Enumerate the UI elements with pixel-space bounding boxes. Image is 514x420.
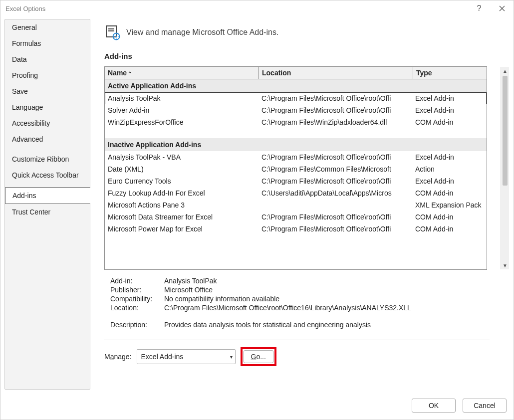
addin-details: Add-in:Analysis ToolPak Publisher:Micros… (110, 277, 510, 330)
col-header-type[interactable]: Type (413, 67, 487, 79)
sidebar-item-quick-access-toolbar[interactable]: Quick Access Toolbar (5, 167, 90, 183)
sidebar-item-formulas[interactable]: Formulas (5, 35, 90, 51)
detail-value-location: C:\Program Files\Microsoft Office\root\O… (164, 304, 411, 312)
sidebar-item-proofing[interactable]: Proofing (5, 67, 90, 83)
detail-value-publisher: Microsoft Office (164, 286, 213, 294)
scroll-up-icon[interactable]: ▲ (501, 67, 509, 75)
chevron-down-icon: ▾ (230, 354, 233, 360)
scroll-down-icon[interactable]: ▼ (501, 261, 509, 269)
detail-label-compat: Compatibility: (110, 295, 164, 303)
detail-value-addin: Analysis ToolPak (164, 277, 217, 285)
sidebar-item-accessibility[interactable]: Accessibility (5, 115, 90, 131)
titlebar: Excel Options ? (0, 0, 514, 16)
col-header-location[interactable]: Location (259, 67, 413, 79)
excel-options-dialog: Excel Options ? GeneralFormulasDataProof… (0, 0, 514, 420)
table-body: Active Application Add-insAnalysis ToolP… (105, 79, 487, 269)
table-row[interactable]: Solver Add-inC:\Program Files\Microsoft … (105, 104, 487, 116)
table-scrollbar[interactable]: ▲ ▼ (501, 67, 509, 269)
sidebar-item-language[interactable]: Language (5, 99, 90, 115)
svg-point-4 (115, 35, 117, 37)
sort-asc-icon: ⌃ (128, 71, 132, 76)
table-header: Name⌃ Location Type (105, 67, 487, 79)
sidebar-item-save[interactable]: Save (5, 83, 90, 99)
sidebar-item-data[interactable]: Data (5, 51, 90, 67)
main-panel: View and manage Microsoft Office Add-ins… (90, 19, 510, 390)
sidebar-item-general[interactable]: General (5, 19, 90, 35)
table-row[interactable]: Fuzzy Lookup Add-In For ExcelC:\Users\ad… (105, 187, 487, 199)
divider (104, 340, 490, 340)
detail-value-compat: No compatibility information available (164, 295, 279, 303)
dialog-footer: OK Cancel (0, 394, 514, 420)
tutorial-highlight: Go... (241, 347, 276, 366)
sidebar-item-advanced[interactable]: Advanced (5, 131, 90, 147)
panel-header: View and manage Microsoft Office Add-ins… (104, 24, 510, 41)
table-row[interactable]: Microsoft Actions Pane 3XML Expansion Pa… (105, 199, 487, 211)
detail-value-desc: Provides data analysis tools for statist… (164, 321, 371, 329)
col-header-name[interactable]: Name⌃ (105, 67, 259, 79)
table-row[interactable]: Date (XML)C:\Program Files\Common Files\… (105, 163, 487, 175)
window-title: Excel Options (5, 5, 468, 12)
sidebar-item-customize-ribbon[interactable]: Customize Ribbon (5, 151, 90, 167)
table-row[interactable]: Analysis ToolPak - VBAC:\Program Files\M… (105, 151, 487, 163)
panel-heading: View and manage Microsoft Office Add-ins… (126, 28, 278, 37)
table-group-header: Inactive Application Add-ins (105, 138, 487, 151)
scroll-thumb[interactable] (503, 76, 508, 186)
go-button[interactable]: Go... (244, 350, 273, 363)
addins-icon (104, 24, 121, 41)
detail-label-publisher: Publisher: (110, 286, 164, 294)
detail-label-addin: Add-in: (110, 277, 164, 285)
detail-label-desc: Description: (110, 321, 164, 329)
table-row[interactable]: Microsoft Data Streamer for ExcelC:\Prog… (105, 211, 487, 223)
manage-row: Manage: Excel Add-ins ▾ Go... (104, 347, 510, 366)
table-group-header: Active Application Add-ins (105, 79, 487, 92)
table-row[interactable]: Analysis ToolPakC:\Program Files\Microso… (105, 92, 487, 104)
section-title: Add-ins (104, 52, 510, 60)
table-row[interactable]: Euro Currency ToolsC:\Program Files\Micr… (105, 175, 487, 187)
addins-table: Name⌃ Location Type Active Application A… (104, 66, 487, 270)
table-row[interactable]: WinZipExpressForOfficeC:\Program Files\W… (105, 116, 487, 128)
sidebar-item-add-ins[interactable]: Add-ins (5, 187, 90, 204)
manage-label: Manage: (104, 353, 132, 361)
ok-button[interactable]: OK (412, 399, 456, 413)
category-sidebar: GeneralFormulasDataProofingSaveLanguageA… (4, 19, 90, 390)
cancel-button[interactable]: Cancel (463, 399, 507, 413)
sidebar-item-trust-center[interactable]: Trust Center (5, 204, 90, 220)
table-row[interactable]: Microsoft Power Map for ExcelC:\Program … (105, 223, 487, 235)
content-area: GeneralFormulasDataProofingSaveLanguageA… (0, 16, 514, 394)
addins-table-wrap: Name⌃ Location Type Active Application A… (104, 66, 510, 270)
help-icon[interactable]: ? (468, 0, 491, 16)
close-icon[interactable] (491, 0, 514, 16)
manage-select[interactable]: Excel Add-ins ▾ (137, 349, 236, 364)
detail-label-location: Location: (110, 304, 164, 312)
